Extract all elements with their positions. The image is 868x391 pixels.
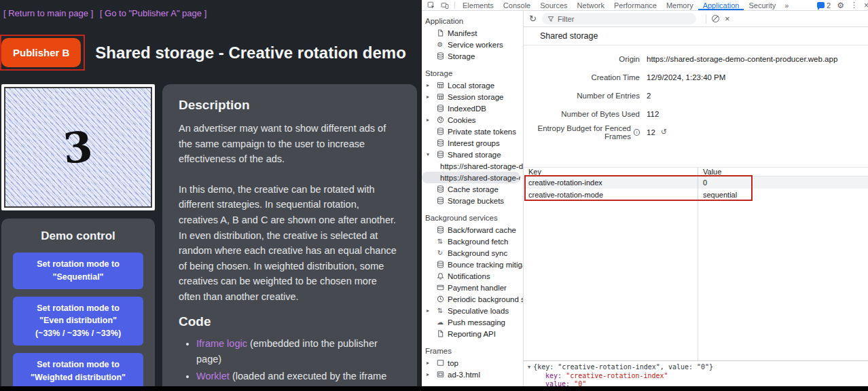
more-tabs-icon[interactable]: »	[780, 0, 793, 10]
sidebar-item-label: Manifest	[448, 29, 477, 37]
chevron-right-icon[interactable]: ▸	[427, 94, 433, 100]
clear-icon[interactable]	[712, 15, 719, 22]
document-icon	[436, 330, 444, 338]
up-down-arrows-icon: ⇅	[436, 238, 444, 246]
sidebar-item-storage-buckets[interactable]: Storage buckets	[422, 195, 523, 206]
sidebar-item-session-storage[interactable]: ▸ Session storage	[422, 91, 523, 103]
field-label: Number of Bytes Used	[524, 110, 640, 118]
tab-network[interactable]: Network	[573, 0, 609, 10]
set-weighted-distribution-button[interactable]: Set rotation mode to "Weighted distribut…	[13, 353, 143, 386]
sidebar-item-label: Cookies	[448, 116, 476, 124]
sidebar-item-label: Session storage	[448, 93, 503, 101]
inspect-element-icon[interactable]	[424, 0, 438, 10]
table-row[interactable]: creative-rotation-index 0	[524, 176, 868, 189]
field-value: 12/9/2024, 1:23:40 PM	[647, 73, 725, 81]
table-row[interactable]: creative-rotation-mode sequential	[524, 189, 868, 201]
sidebar-item-label: Push messaging	[448, 318, 505, 327]
devtools-tabbar: Elements Console Sources Network Perform…	[422, 0, 868, 11]
refresh-icon[interactable]: ↻	[529, 14, 537, 24]
creative-ad-frame: 3	[1, 84, 155, 210]
sidebar-item-background-fetch[interactable]: ⇅ Background fetch	[422, 236, 523, 247]
field-origin: Origin https://shared-storage-demo-conte…	[524, 50, 868, 68]
worklet-link[interactable]: Worklet	[196, 371, 230, 381]
sidebar-item-label: Reporting API	[448, 330, 496, 338]
bell-icon	[436, 272, 444, 280]
info-icon[interactable]: i	[634, 129, 640, 136]
chevron-right-icon[interactable]: ▸	[427, 308, 433, 314]
sidebar-item-periodic-background-sync[interactable]: Periodic background s…	[422, 293, 523, 305]
sidebar-item-label: Back/forward cache	[448, 226, 516, 234]
delete-icon[interactable]: ×	[725, 14, 730, 24]
sidebar-section-application: Application	[422, 14, 523, 27]
tab-performance[interactable]: Performance	[609, 0, 662, 10]
sidebar-item-label: Notifications	[448, 272, 490, 280]
sidebar-item-push-messaging[interactable]: ☁ Push messaging	[422, 316, 523, 328]
sidebar-item-label: Cache storage	[448, 185, 499, 193]
publisher-b-button[interactable]: Publisher B	[1, 38, 81, 67]
sidebar-item-interest-groups[interactable]: Interest groups	[422, 137, 523, 149]
chevron-right-icon[interactable]: ▸	[427, 371, 433, 377]
chevron-down-icon[interactable]: ▾	[427, 151, 433, 157]
tab-memory[interactable]: Memory	[662, 0, 698, 10]
reset-budget-icon[interactable]: ↺	[661, 128, 667, 136]
sidebar-item-notifications[interactable]: Notifications	[422, 270, 523, 282]
filter-input[interactable]: Filter	[542, 13, 696, 24]
sidebar-item-service-workers[interactable]: ⚙ Service workers	[422, 39, 523, 50]
sidebar-item-bounce-tracking[interactable]: Bounce tracking mitiga…	[422, 259, 523, 270]
sidebar-item-shared-storage-origin-1[interactable]: https://shared-storage-d…	[422, 160, 523, 172]
sidebar-item-label: Periodic background s…	[448, 295, 524, 303]
chevron-right-icon[interactable]: ▸	[427, 82, 433, 88]
publisher-a-link[interactable]: [ Go to "Publisher A" page ]	[100, 8, 206, 18]
sidebar-item-payment-handler[interactable]: Payment handler	[422, 282, 523, 293]
publisher-badge-annotation: Publisher B	[0, 35, 85, 71]
database-icon	[436, 139, 444, 147]
list-item: Iframe logic (embedded into the publishe…	[196, 336, 401, 367]
tab-elements[interactable]: Elements	[458, 0, 499, 10]
issues-button[interactable]: 2	[817, 1, 831, 10]
sidebar-item-speculative-loads[interactable]: ▸ ⇅ Speculative loads	[422, 305, 523, 316]
code-list: Iframe logic (embedded into the publishe…	[196, 336, 401, 386]
tab-application[interactable]: Application	[698, 0, 744, 10]
tab-sources[interactable]: Sources	[535, 0, 572, 10]
chevron-right-icon[interactable]: ▸	[427, 117, 433, 123]
up-down-arrows-icon: ⇅	[436, 307, 444, 315]
sidebar-item-local-storage[interactable]: ▸ Local storage	[422, 79, 523, 91]
sidebar-item-shared-storage[interactable]: ▾ Shared storage	[422, 149, 523, 160]
field-number-of-entries: Number of Entries 2	[524, 86, 868, 105]
sidebar-item-indexeddb[interactable]: IndexedDB	[422, 103, 523, 114]
sidebar-item-manifest[interactable]: Manifest	[422, 27, 523, 39]
description-title: Description	[179, 98, 401, 113]
sidebar-item-label: Speculative loads	[448, 307, 509, 315]
sidebar-item-reporting-api[interactable]: Reporting API	[422, 328, 523, 339]
sidebar-item-cookies[interactable]: ▸ Cookies	[422, 114, 523, 126]
device-toolbar-icon[interactable]	[438, 0, 452, 10]
sidebar-item-frame-top[interactable]: ▸ top	[422, 357, 523, 369]
database-icon	[436, 128, 444, 136]
sidebar-item-private-state-tokens[interactable]: Private state tokens	[422, 126, 523, 137]
iframe-logic-link[interactable]: Iframe logic	[196, 338, 247, 349]
sidebar-item-frame-ad3[interactable]: ▸ ad-3.html	[422, 369, 523, 380]
metadata-fields: Origin https://shared-storage-demo-conte…	[524, 45, 868, 141]
sidebar-item-storage[interactable]: Storage	[422, 50, 523, 62]
settings-gear-icon[interactable]: ⚙	[837, 1, 844, 10]
key-value-table: Key Value creative-rotation-index 0 crea…	[524, 167, 868, 360]
column-header-value[interactable]: Value	[698, 168, 868, 176]
set-even-distribution-button[interactable]: Set rotation mode to "Even distribution"…	[13, 297, 143, 346]
expander-triangle-icon[interactable]: ▼	[528, 365, 530, 371]
sidebar-item-background-sync[interactable]: ↻ Background sync	[422, 247, 523, 259]
column-header-key[interactable]: Key	[524, 168, 698, 176]
sidebar-item-shared-storage-origin-2[interactable]: https://shared-storage-d…	[422, 172, 520, 183]
chevron-right-icon[interactable]: ▸	[427, 360, 433, 366]
property-name: key:	[545, 372, 562, 379]
close-icon[interactable]: ×	[864, 1, 868, 10]
sidebar-item-cache-storage[interactable]: Cache storage	[422, 183, 523, 195]
page-header: Publisher B Shared storage - Creative ro…	[0, 35, 422, 71]
return-main-link[interactable]: [ Return to main page ]	[3, 8, 93, 18]
table-icon	[436, 93, 444, 101]
tab-console[interactable]: Console	[499, 0, 535, 10]
kebab-menu-icon[interactable]: ⋮	[850, 1, 858, 10]
tab-security[interactable]: Security	[744, 0, 780, 10]
sidebar-item-back-forward-cache[interactable]: Back/forward cache	[422, 224, 523, 236]
set-sequential-button[interactable]: Set rotation mode to "Sequential"	[13, 253, 143, 289]
publisher-page: [ Return to main page ] [ Go to "Publish…	[0, 0, 422, 386]
